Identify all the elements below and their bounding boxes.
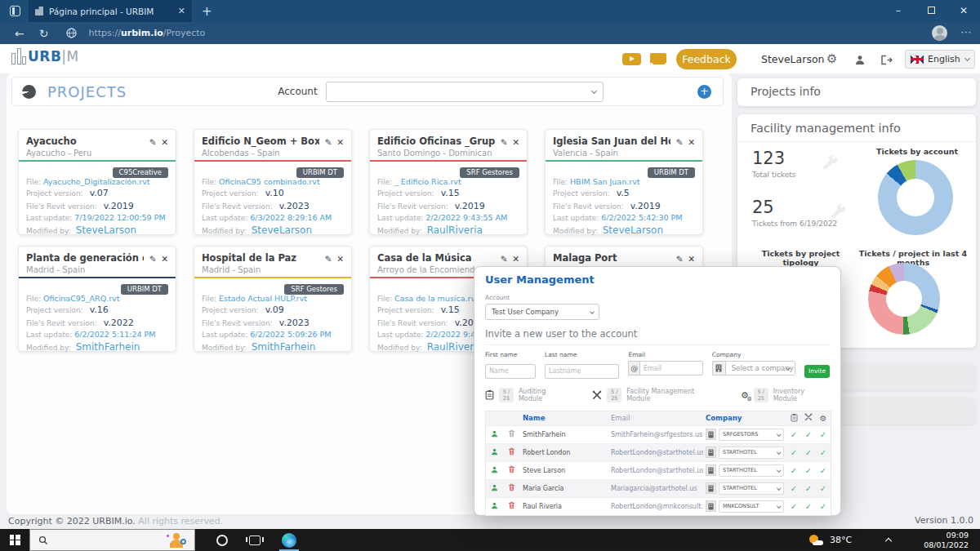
tab-actions-icon[interactable] xyxy=(10,6,20,16)
new-tab-button[interactable]: + xyxy=(202,4,212,19)
logout-icon[interactable] xyxy=(880,55,893,65)
temperature-label[interactable]: 38°C xyxy=(830,535,852,545)
user-icon[interactable] xyxy=(486,466,502,475)
check-icon[interactable]: ✓ xyxy=(786,502,801,511)
trash-icon[interactable] xyxy=(502,465,520,475)
user-icon[interactable] xyxy=(486,430,502,439)
check-icon[interactable]: ✓ xyxy=(786,466,801,475)
check-icon[interactable]: ✓ xyxy=(786,448,801,457)
user-icon[interactable] xyxy=(486,448,502,457)
youtube-icon[interactable] xyxy=(622,53,641,65)
modal-account-select[interactable]: Test User Company xyxy=(485,304,599,320)
check-icon[interactable]: ✓ xyxy=(801,466,816,475)
edit-icon[interactable]: ✎ xyxy=(675,137,683,158)
url-bar[interactable]: https://urbim.io/Proyecto xyxy=(88,28,205,38)
user-icon[interactable] xyxy=(486,502,502,511)
file-label: File: xyxy=(377,295,392,303)
check-icon[interactable]: ✓ xyxy=(816,448,831,457)
mail-icon[interactable] xyxy=(650,53,666,64)
add-project-button[interactable]: + xyxy=(697,85,711,99)
first-name-input[interactable] xyxy=(485,364,536,379)
projects-title: PROJECTS xyxy=(47,83,127,100)
edit-icon[interactable]: ✎ xyxy=(324,137,332,158)
user-company-select[interactable]: MNKCONSULT xyxy=(719,500,784,513)
project-card[interactable]: Hospital de la PazMadrid - Spain ✎✕ SRF … xyxy=(194,246,352,352)
check-icon[interactable]: ✓ xyxy=(801,430,816,439)
modified-by-value: SmithFarhein xyxy=(252,341,316,353)
close-icon[interactable]: ✕ xyxy=(336,254,344,274)
edit-icon[interactable]: ✎ xyxy=(149,137,156,158)
facility-title: Facility management info xyxy=(737,114,976,142)
trash-icon[interactable] xyxy=(502,483,520,493)
close-icon[interactable]: ✕ xyxy=(161,254,168,274)
tab-close-icon[interactable]: ✕ xyxy=(178,6,185,16)
projects-info-panel[interactable]: Projects info xyxy=(737,78,976,106)
check-icon[interactable]: ✓ xyxy=(816,502,831,511)
tray-expand-icon[interactable] xyxy=(885,538,892,544)
project-card[interactable]: Edificio N_Geom + BoxesAlcobendas - Spai… xyxy=(194,129,352,235)
project-card[interactable]: AyacuchoAyacucho - Peru ✎✕ C95Creative F… xyxy=(18,129,176,235)
project-card[interactable]: Edificio Oficinas _Grupo RicaSanto Domin… xyxy=(369,129,528,235)
user-company-select[interactable]: STARTHOTEL xyxy=(719,447,784,459)
account-select[interactable] xyxy=(326,82,604,102)
modified-by-value: SmithFarhein xyxy=(76,341,140,353)
last-update-label: Last update: xyxy=(26,214,72,222)
settings-gear-icon[interactable]: ⚙ xyxy=(826,51,837,66)
check-icon[interactable]: ✓ xyxy=(816,484,831,493)
file-value: _ Edificio Rica.rvt xyxy=(394,177,461,186)
taskbar-search[interactable] xyxy=(29,529,195,551)
check-icon[interactable]: ✓ xyxy=(786,484,801,493)
check-icon[interactable]: ✓ xyxy=(816,430,831,439)
edit-icon[interactable]: ✎ xyxy=(500,137,507,158)
check-icon[interactable]: ✓ xyxy=(816,466,831,475)
card-accent-line xyxy=(19,160,176,162)
edit-icon[interactable]: ✎ xyxy=(324,254,332,274)
trash-icon[interactable] xyxy=(502,429,520,439)
user-icon[interactable] xyxy=(486,484,502,493)
invite-button[interactable]: Invite xyxy=(804,365,830,378)
header-email[interactable]: Email xyxy=(608,414,703,422)
header-name[interactable]: Name xyxy=(520,414,608,422)
urbim-logo[interactable]: URB|M xyxy=(11,48,79,64)
email-input[interactable] xyxy=(639,361,703,375)
browser-profile-avatar[interactable] xyxy=(932,25,947,41)
edit-icon[interactable]: ✎ xyxy=(149,254,156,274)
weather-icon[interactable] xyxy=(809,535,823,545)
user-icon[interactable] xyxy=(854,55,866,65)
close-icon[interactable]: ✕ xyxy=(688,137,695,158)
user-company-select[interactable]: STARTHOTEL xyxy=(719,482,784,495)
project-card[interactable]: Iglesia San Juan del HospitalValencia - … xyxy=(545,129,703,235)
maximize-button[interactable] xyxy=(915,0,947,22)
edge-browser-icon[interactable] xyxy=(282,529,296,551)
taskbar-clock[interactable]: 09:09 08/01/2022 xyxy=(924,531,969,550)
close-icon[interactable]: ✕ xyxy=(336,137,344,158)
check-icon[interactable]: ✓ xyxy=(801,484,816,493)
browser-tab[interactable]: Página principal - URBIM ✕ xyxy=(29,0,192,22)
trash-icon[interactable] xyxy=(502,447,520,457)
recent-tickets-label: Tickets from 6/19/2022 xyxy=(752,220,837,228)
user-company-select[interactable]: STARTHOTEL xyxy=(719,464,784,477)
last-name-input[interactable] xyxy=(545,364,619,379)
check-icon[interactable]: ✓ xyxy=(801,502,816,511)
header-company[interactable]: Company xyxy=(703,414,786,422)
minimize-button[interactable]: – xyxy=(882,0,915,22)
close-icon[interactable]: ✕ xyxy=(161,137,168,158)
task-view-icon[interactable] xyxy=(249,535,261,545)
refresh-icon[interactable]: ↻ xyxy=(39,27,49,40)
project-card[interactable]: Planta de generación eléctricaMadrid - S… xyxy=(18,246,176,352)
revit-version-label: File's Revit version: xyxy=(26,319,97,327)
close-icon[interactable]: ✕ xyxy=(512,137,519,158)
close-window-button[interactable]: ✕ xyxy=(947,0,980,22)
check-icon[interactable]: ✓ xyxy=(801,448,816,457)
company-select[interactable]: Select a company xyxy=(725,361,795,375)
browser-menu-icon[interactable]: ··· xyxy=(961,27,973,38)
start-button[interactable] xyxy=(0,535,29,545)
back-icon[interactable]: ← xyxy=(15,27,24,40)
uk-flag-icon xyxy=(911,56,924,64)
user-company-select[interactable]: SRFGESTORS xyxy=(719,429,784,441)
trash-icon[interactable] xyxy=(502,501,520,511)
check-icon[interactable]: ✓ xyxy=(786,430,801,439)
feedback-button[interactable]: Feedback xyxy=(676,49,737,69)
cortana-icon[interactable] xyxy=(216,535,228,546)
language-selector[interactable]: English xyxy=(905,50,975,69)
